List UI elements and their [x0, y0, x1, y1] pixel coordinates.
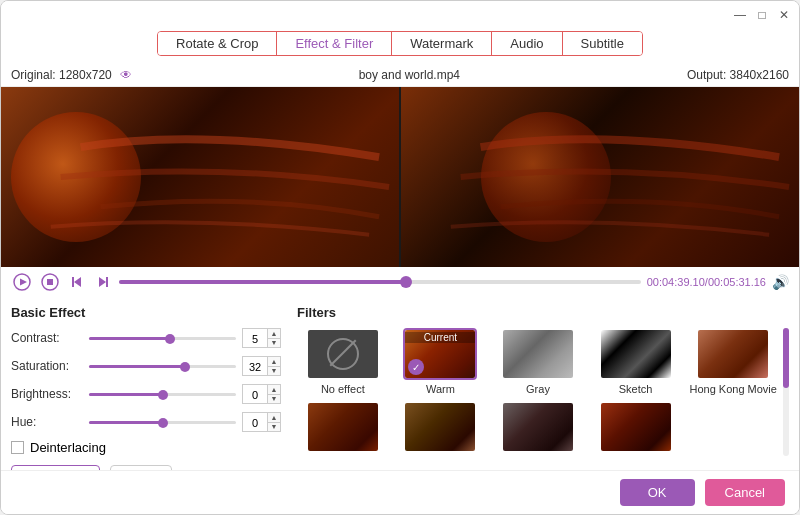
- filter-item-2c[interactable]: [492, 401, 584, 456]
- hue-row: Hue: 0 ▲ ▼: [11, 412, 281, 432]
- footer: OK Cancel: [1, 470, 799, 514]
- brightness-row: Brightness: 0 ▲ ▼: [11, 384, 281, 404]
- progress-bar[interactable]: [119, 280, 641, 284]
- hue-label: Hue:: [11, 415, 83, 429]
- original-resolution: Original: 1280x720: [11, 68, 112, 82]
- filter-item-no-effect[interactable]: No effect: [297, 328, 389, 395]
- filters-panel: Filters N: [297, 305, 789, 462]
- hue-fill: [89, 421, 163, 424]
- svg-marker-6: [99, 277, 106, 287]
- playback-bar: 00:04:39.10/00:05:31.16 🔊: [1, 267, 799, 297]
- tab-watermark[interactable]: Watermark: [392, 32, 492, 55]
- brightness-slider[interactable]: [89, 386, 236, 402]
- time-display: 00:04:39.10/00:05:31.16: [647, 276, 766, 288]
- close-button[interactable]: ✕: [777, 8, 791, 22]
- filter-item-hk-movie[interactable]: Hong Kong Movie: [687, 328, 779, 395]
- filters-grid: No effect ✓ Current Warm: [297, 328, 779, 456]
- maximize-button[interactable]: □: [755, 8, 769, 22]
- filters-grid-wrap: No effect ✓ Current Warm: [297, 328, 789, 456]
- contrast-arrows: ▲ ▼: [268, 328, 281, 348]
- filter-item-2d[interactable]: [590, 401, 682, 456]
- next-button[interactable]: [93, 274, 113, 290]
- saturation-thumb: [180, 362, 190, 372]
- filter-thumb-sketch: [599, 328, 673, 380]
- filter-thumb-hk-movie: [696, 328, 770, 380]
- tab-rotate[interactable]: Rotate & Crop: [158, 32, 277, 55]
- brightness-label: Brightness:: [11, 387, 83, 401]
- preview-icon[interactable]: 👁: [120, 68, 132, 82]
- deinterlacing-checkbox[interactable]: [11, 441, 24, 454]
- volume-icon[interactable]: 🔊: [772, 274, 789, 290]
- saturation-up[interactable]: ▲: [268, 357, 280, 367]
- brightness-arrows: ▲ ▼: [268, 384, 281, 404]
- progress-thumb: [400, 276, 412, 288]
- filter-label-hk-movie: Hong Kong Movie: [689, 383, 776, 395]
- main-window: — □ ✕ Rotate & Crop Effect & Filter Wate…: [0, 0, 800, 515]
- saturation-value: 32: [242, 356, 268, 376]
- saturation-fill: [89, 365, 185, 368]
- tab-subtitle[interactable]: Subtitle: [563, 32, 642, 55]
- brightness-up[interactable]: ▲: [268, 385, 280, 395]
- contrast-down[interactable]: ▼: [268, 339, 280, 348]
- contrast-label: Contrast:: [11, 331, 83, 345]
- svg-rect-7: [106, 277, 108, 287]
- stop-button[interactable]: [39, 273, 61, 291]
- brightness-down[interactable]: ▼: [268, 395, 280, 404]
- filename: boy and world.mp4: [359, 68, 460, 82]
- filter-item-sketch[interactable]: Sketch: [590, 328, 682, 395]
- tabs-wrapper: Rotate & Crop Effect & Filter Watermark …: [1, 29, 799, 64]
- tab-effect[interactable]: Effect & Filter: [277, 32, 392, 55]
- brightness-value-box: 0 ▲ ▼: [242, 384, 281, 404]
- contrast-value-box: 5 ▲ ▼: [242, 328, 281, 348]
- svg-marker-1: [20, 279, 27, 286]
- tab-bar: Rotate & Crop Effect & Filter Watermark …: [157, 31, 643, 56]
- filter-item-2a[interactable]: [297, 401, 389, 456]
- hue-slider[interactable]: [89, 414, 236, 430]
- saturation-row: Saturation: 32 ▲ ▼: [11, 356, 281, 376]
- contrast-slider[interactable]: [89, 330, 236, 346]
- title-bar: — □ ✕: [1, 1, 799, 29]
- filter-label-sketch: Sketch: [619, 383, 653, 395]
- saturation-label: Saturation:: [11, 359, 83, 373]
- saturation-arrows: ▲ ▼: [268, 356, 281, 376]
- cancel-button[interactable]: Cancel: [705, 479, 785, 506]
- prev-button[interactable]: [67, 274, 87, 290]
- video-panel-left: [1, 87, 399, 267]
- filter-scrollbar[interactable]: [783, 328, 789, 456]
- svg-rect-3: [47, 279, 53, 285]
- filter-item-2b[interactable]: [395, 401, 487, 456]
- filter-item-warm[interactable]: ✓ Current Warm: [395, 328, 487, 395]
- filter-scrollbar-thumb: [783, 328, 789, 388]
- filter-thumb-2d: [599, 401, 673, 453]
- saturation-slider[interactable]: [89, 358, 236, 374]
- video-area: [1, 87, 799, 267]
- brightness-fill: [89, 393, 163, 396]
- saturation-value-box: 32 ▲ ▼: [242, 356, 281, 376]
- filters-title: Filters: [297, 305, 789, 320]
- tab-audio[interactable]: Audio: [492, 32, 562, 55]
- filter-thumb-2c: [501, 401, 575, 453]
- filter-item-gray[interactable]: Gray: [492, 328, 584, 395]
- hue-up[interactable]: ▲: [268, 413, 280, 423]
- play-button[interactable]: [11, 273, 33, 291]
- minimize-button[interactable]: —: [733, 8, 747, 22]
- hue-thumb: [158, 418, 168, 428]
- filter-label-warm: Warm: [426, 383, 455, 395]
- hue-down[interactable]: ▼: [268, 423, 280, 432]
- hue-value: 0: [242, 412, 268, 432]
- saturation-down[interactable]: ▼: [268, 367, 280, 376]
- filter-label-gray: Gray: [526, 383, 550, 395]
- filter-thumb-gray: [501, 328, 575, 380]
- video-panel-right: [401, 87, 799, 267]
- svg-rect-5: [72, 277, 74, 287]
- contrast-thumb: [165, 334, 175, 344]
- main-content: Basic Effect Contrast: 5 ▲ ▼: [1, 297, 799, 470]
- filter-label-no-effect: No effect: [321, 383, 365, 395]
- contrast-fill: [89, 337, 170, 340]
- ok-button[interactable]: OK: [620, 479, 695, 506]
- filters-scroll[interactable]: No effect ✓ Current Warm: [297, 328, 779, 456]
- deinterlacing-row: Deinterlacing: [11, 440, 281, 455]
- contrast-up[interactable]: ▲: [268, 329, 280, 339]
- hue-value-box: 0 ▲ ▼: [242, 412, 281, 432]
- hue-arrows: ▲ ▼: [268, 412, 281, 432]
